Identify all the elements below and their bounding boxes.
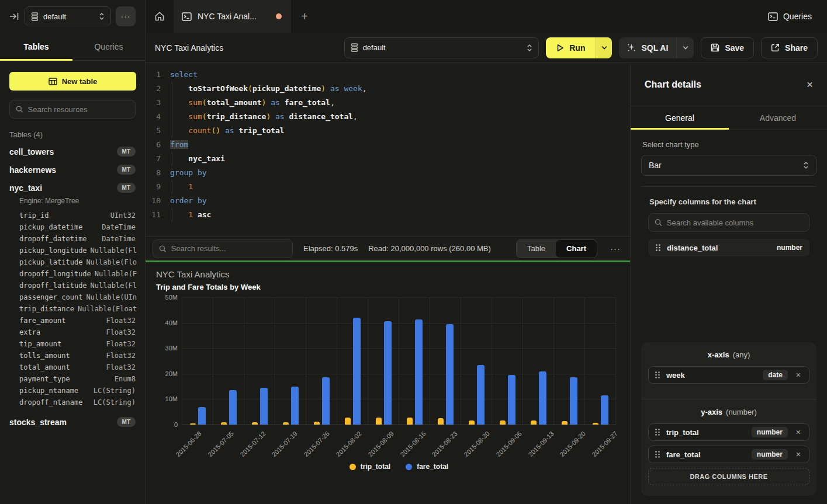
column-row[interactable]: pickup_ntanameLC(String) (0, 385, 145, 397)
sql-token: trip_total (238, 126, 284, 135)
column-row[interactable]: trip_distanceNullable(Float (0, 303, 145, 315)
column-row[interactable]: dropoff_latitudeNullable(Fl (0, 280, 145, 291)
tab-advanced[interactable]: Advanced (729, 106, 827, 129)
legend-item-trip_total[interactable]: trip_total (350, 463, 390, 471)
bar-trip_total[interactable] (407, 418, 413, 425)
bar-fare_total[interactable] (291, 387, 299, 425)
column-row[interactable]: dropoff_ntanameLC(String) (0, 397, 145, 408)
bar-trip_total[interactable] (438, 418, 444, 425)
axis-chip-fare_total[interactable]: fare_totalnumber× (648, 446, 809, 463)
available-column-distance_total[interactable]: distance_totalnumber (648, 239, 809, 256)
new-tab-button[interactable]: + (290, 0, 319, 33)
bar-fare_total[interactable] (415, 319, 423, 425)
column-row[interactable]: pickup_datetimeDateTime (0, 221, 145, 233)
home-button[interactable] (146, 0, 174, 33)
table-row-cell_towers[interactable]: cell_towersMT (0, 142, 145, 161)
queries-link-label: Queries (783, 12, 812, 21)
column-row[interactable]: extraFloat32 (0, 326, 145, 338)
column-row[interactable]: pickup_latitudeNullable(Flo (0, 256, 145, 268)
view-toggle-chart[interactable]: Chart (556, 240, 597, 258)
column-row[interactable]: tolls_amountFloat32 (0, 350, 145, 362)
view-toggle-table[interactable]: Table (517, 240, 556, 258)
drag-columns-dropzone[interactable]: DRAG COLUMNS HERE (648, 468, 809, 485)
chart-type-select[interactable]: Bar (641, 155, 816, 176)
results-search-input[interactable] (171, 244, 286, 253)
column-row[interactable]: trip_idUInt32 (0, 210, 145, 221)
column-row[interactable]: total_amountFloat32 (0, 362, 145, 373)
sidebar-search-input[interactable] (28, 105, 129, 114)
column-row[interactable]: tip_amountFloat32 (0, 338, 145, 350)
sql-ai-button[interactable]: SQL AI (619, 43, 676, 53)
bar-fare_total[interactable] (508, 375, 515, 425)
column-row[interactable]: passenger_countNullable(UIn (0, 291, 145, 303)
bar-group-2015-07-12 (244, 297, 275, 425)
remove-chip-button[interactable]: × (794, 450, 803, 459)
bar-trip_total[interactable] (190, 423, 196, 425)
bar-fare_total[interactable] (601, 395, 608, 425)
bar-fare_total[interactable] (446, 324, 454, 425)
bar-trip_total[interactable] (500, 420, 506, 425)
bar-fare_total[interactable] (570, 377, 577, 425)
bar-fare_total[interactable] (322, 377, 330, 425)
column-row[interactable]: payment_typeEnum8 (0, 373, 145, 385)
columns-search[interactable] (648, 213, 809, 232)
bar-trip_total[interactable] (221, 422, 227, 425)
table-row-nyc_taxi[interactable]: nyc_taxiMT (0, 179, 145, 197)
bar-trip_total[interactable] (469, 420, 475, 425)
line-code: sum(trip_distance) as distance_total, (170, 110, 358, 124)
column-row[interactable]: dropoff_longitudeNullable(F (0, 268, 145, 280)
tab-general[interactable]: General (631, 106, 729, 129)
bar-trip_total[interactable] (531, 420, 537, 425)
table-row-stocks_stream[interactable]: stocks_streamMT (0, 413, 145, 431)
bar-fare_total[interactable] (477, 365, 485, 425)
new-table-button[interactable]: New table (9, 72, 136, 91)
sql-ai-options-button[interactable] (676, 37, 694, 58)
sql-editor[interactable]: 1select2 toStartOfWeek(pickup_datetime) … (146, 63, 630, 236)
column-name: payment_type (19, 374, 70, 384)
column-row[interactable]: fare_amountFloat32 (0, 315, 145, 326)
share-button[interactable]: Share (761, 37, 818, 58)
remove-chip-button[interactable]: × (794, 370, 803, 380)
chart-panel: NYC Taxi Analytics Trip and Fare Totals … (146, 262, 630, 504)
sidebar-search[interactable] (9, 100, 136, 119)
columns-search-input[interactable] (667, 218, 803, 227)
close-panel-button[interactable]: × (807, 78, 813, 91)
sidebar-database-selector[interactable]: default (25, 6, 111, 26)
legend-item-fare_total[interactable]: fare_total (406, 463, 448, 471)
queries-link[interactable]: Queries (753, 0, 827, 33)
bar-fare_total[interactable] (353, 318, 361, 425)
results-more-button[interactable]: ··· (608, 244, 623, 253)
column-row[interactable]: dropoff_datetimeDateTime (0, 233, 145, 245)
bar-fare_total[interactable] (539, 371, 546, 425)
run-options-button[interactable] (596, 37, 612, 58)
bar-trip_total[interactable] (314, 422, 320, 425)
bar-trip_total[interactable] (562, 421, 568, 425)
bar-fare_total[interactable] (384, 321, 392, 425)
bar-trip_total[interactable] (252, 422, 258, 425)
bar-trip_total[interactable] (283, 422, 289, 425)
column-row[interactable]: pickup_longitudeNullable(Fl (0, 245, 145, 256)
run-button[interactable]: Run (546, 37, 596, 58)
table-row-hackernews[interactable]: hackernewsMT (0, 161, 145, 179)
toolbar-database-selector[interactable]: default (344, 37, 539, 58)
sql-token: nyc_taxi (188, 154, 225, 163)
chart-plot[interactable]: 50M40M30M20M10M0 (182, 297, 616, 425)
query-tab-active[interactable]: NYC Taxi Anal... (174, 0, 290, 33)
sidebar-tab-queries[interactable]: Queries (72, 33, 145, 60)
sidebar-more-button[interactable]: ··· (116, 6, 136, 26)
axis-chip-week[interactable]: weekdate× (648, 366, 809, 384)
results-search[interactable] (153, 239, 293, 258)
bar-trip_total[interactable] (345, 418, 351, 425)
bar-trip_total[interactable] (593, 423, 598, 425)
query-tab-title: NYC Taxi Anal... (198, 12, 270, 21)
x-axis-hint: (any) (733, 350, 750, 359)
axis-chip-trip_total[interactable]: trip_totalnumber× (648, 423, 809, 441)
collapse-sidebar-button[interactable] (9, 12, 20, 21)
bar-trip_total[interactable] (376, 418, 382, 425)
remove-chip-button[interactable]: × (794, 427, 803, 437)
bar-fare_total[interactable] (229, 390, 237, 425)
bar-fare_total[interactable] (198, 407, 206, 425)
sidebar-tab-tables[interactable]: Tables (0, 33, 72, 60)
bar-fare_total[interactable] (260, 388, 268, 425)
save-button[interactable]: Save (701, 37, 754, 58)
